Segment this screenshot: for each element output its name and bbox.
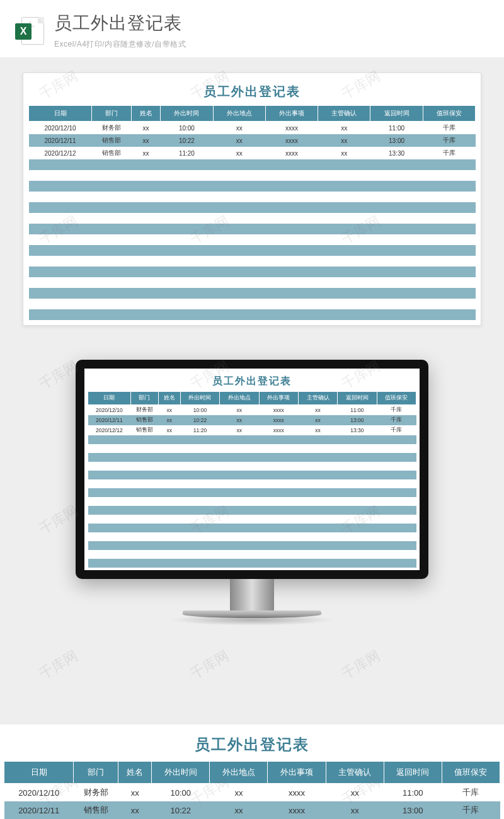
table-cell <box>423 288 475 299</box>
table-cell <box>131 234 160 245</box>
table-cell <box>423 170 475 181</box>
table-cell <box>180 506 219 515</box>
table-cell <box>220 515 259 524</box>
table-column-header: 返回时间 <box>338 392 377 405</box>
table-cell <box>298 453 337 462</box>
table-cell <box>131 181 160 192</box>
table-cell <box>370 213 423 224</box>
table-empty-row <box>88 550 416 559</box>
table-cell <box>423 181 475 192</box>
table-cell <box>158 471 180 479</box>
table-cell <box>130 550 158 559</box>
table-cell <box>88 515 131 524</box>
table-cell <box>161 245 213 256</box>
table-cell <box>265 181 318 192</box>
table-cell: 财务部 <box>130 405 158 416</box>
table-cell: xx <box>158 405 180 416</box>
monitor-stand-neck <box>230 579 274 610</box>
table-cell: xx <box>220 405 259 416</box>
table-row: 2020/12/10财务部xx10:00xxxxxxxx11:00千库 <box>4 784 500 802</box>
table-cell <box>213 245 265 256</box>
table-cell: 财务部 <box>92 122 132 135</box>
table-cell <box>88 462 131 471</box>
table-cell <box>88 435 131 444</box>
registration-table: 日期部门姓名外出时间外出地点外出事项主管确认返回时间值班保安 2020/12/1… <box>28 105 476 320</box>
table-cell <box>265 277 318 288</box>
table-cell: xx <box>220 425 259 435</box>
table-cell <box>161 299 213 309</box>
table-cell: 2020/12/12 <box>88 425 131 435</box>
monitor-shadow <box>170 614 334 626</box>
table-cell: 千库 <box>377 415 416 425</box>
table-row: 2020/12/12销售部xx11:20xxxxxxxx13:30千库 <box>29 147 476 159</box>
table-cell <box>259 550 298 559</box>
table-cell <box>370 181 423 192</box>
table-cell: 销售部 <box>92 147 132 159</box>
table-cell <box>29 309 92 320</box>
table-cell <box>423 224 475 234</box>
table-cell <box>88 488 131 497</box>
table-cell <box>213 181 265 192</box>
table-cell <box>161 159 213 170</box>
table-cell: 10:00 <box>161 122 213 135</box>
table-column-header: 姓名 <box>158 392 180 405</box>
table-cell <box>88 453 131 462</box>
watermark-text: 千库网 <box>338 646 384 684</box>
table-cell <box>180 453 219 462</box>
table-cell: xx <box>158 415 180 425</box>
table-cell <box>220 506 259 515</box>
table-cell <box>161 224 213 234</box>
table-cell: 销售部 <box>130 425 158 435</box>
table-empty-row <box>29 181 476 192</box>
table-cell: 千库 <box>423 147 475 159</box>
table-cell <box>423 256 475 266</box>
table-cell <box>377 444 416 453</box>
table-cell <box>158 488 180 497</box>
table-cell: 2020/12/12 <box>29 147 92 159</box>
table-cell <box>88 479 131 488</box>
table-cell: 13:00 <box>370 134 423 147</box>
table-cell <box>88 541 131 550</box>
table-cell <box>180 541 219 550</box>
table-cell <box>259 462 298 471</box>
table-column-header: 外出时间 <box>180 392 219 405</box>
table-cell <box>213 224 265 234</box>
table-cell <box>161 170 213 181</box>
watermark-text: 千库网 <box>36 357 81 394</box>
table-cell <box>131 309 160 320</box>
table-empty-row <box>29 234 476 245</box>
table-cell <box>298 506 337 515</box>
table-cell <box>370 277 423 288</box>
table-cell <box>92 309 132 320</box>
table-cell: xx <box>118 801 152 819</box>
table-cell <box>180 515 219 524</box>
table-cell: xxxx <box>259 415 298 425</box>
table-cell <box>298 541 337 550</box>
table-cell <box>130 541 158 550</box>
table-cell <box>29 234 92 245</box>
table-cell: 11:00 <box>370 122 423 135</box>
table-cell <box>298 479 337 488</box>
table-empty-row <box>88 506 416 515</box>
table-cell <box>298 462 337 471</box>
table-cell: xxxx <box>265 147 318 159</box>
table-row: 2020/12/11销售部xx10:22xxxxxxxx13:00千库 <box>88 415 416 425</box>
table-cell: xx <box>318 134 370 147</box>
table-cell: xxxx <box>259 425 298 435</box>
table-cell <box>158 506 180 515</box>
table-cell: 2020/12/11 <box>88 415 131 425</box>
watermark-text: 千库网 <box>36 646 81 684</box>
table-cell <box>259 524 298 532</box>
table-cell <box>318 202 370 213</box>
table-cell <box>259 559 298 568</box>
table-cell <box>158 497 180 506</box>
table-column-header: 姓名 <box>118 762 152 784</box>
table-cell: 11:20 <box>161 147 213 159</box>
table-cell <box>131 288 160 299</box>
table-cell <box>423 159 475 170</box>
table-cell <box>259 541 298 550</box>
table-cell <box>423 309 475 320</box>
table-column-header: 日期 <box>29 106 92 122</box>
table-cell <box>92 277 132 288</box>
table-cell <box>29 224 92 234</box>
